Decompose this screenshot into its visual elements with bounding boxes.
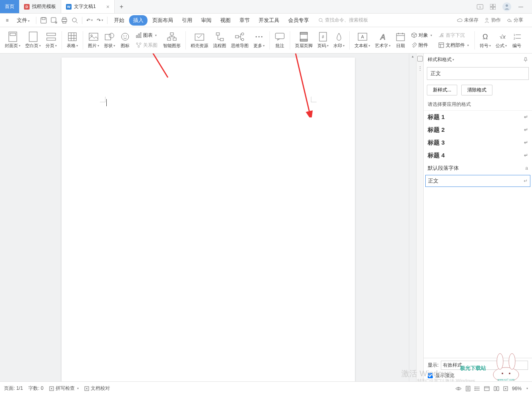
redo-icon[interactable]: ↷▾ [95, 16, 105, 25]
mindmap-button[interactable]: 思维导图 [229, 28, 251, 52]
numbering-button[interactable]: 12编号 [509, 28, 524, 52]
counter-icon[interactable]: 1 [477, 4, 483, 10]
tool-icon[interactable]: ⋮ [418, 66, 422, 71]
search-input[interactable]: 查找命令、搜索模板 [319, 17, 368, 24]
document-canvas[interactable] [0, 54, 409, 381]
chevron-down-icon[interactable]: ▾ [452, 58, 454, 62]
print-preview-icon[interactable] [70, 16, 80, 25]
share-button[interactable]: 分享 [506, 17, 523, 24]
proofread-toggle[interactable]: 文档校对 [84, 385, 110, 392]
chevron-down-icon[interactable]: ▾ [526, 387, 528, 390]
tab-template[interactable]: D 找稻壳模板 [19, 0, 61, 13]
blank-page-button[interactable]: 空白页▾ [23, 28, 43, 52]
watermark-button[interactable]: 水印▾ [331, 28, 347, 52]
chart-button[interactable]: 图表▾ [134, 31, 159, 40]
date-button[interactable]: 日期 [393, 28, 408, 52]
dropcap-button[interactable]: A首字下沉 [437, 31, 470, 40]
headerfooter-icon [299, 32, 309, 42]
view-read-icon[interactable] [494, 386, 499, 391]
scrollbar[interactable]: ▲ [409, 54, 416, 381]
object-button[interactable]: 对象▾ [410, 31, 434, 40]
cover-page-button[interactable]: 封面页▾ [2, 28, 23, 52]
textbox-button[interactable]: A文本框▾ [352, 28, 373, 52]
menu-tab-1[interactable]: 插入 [129, 15, 147, 26]
svg-rect-41 [235, 36, 239, 38]
style-item[interactable]: 标题 1↵ [424, 111, 532, 123]
saveas-icon[interactable] [49, 16, 59, 25]
save-icon[interactable] [39, 16, 48, 25]
smartart-button[interactable]: 智能图形 [161, 28, 183, 52]
sidebar-tools: ⋮ [416, 54, 423, 381]
document-page[interactable] [62, 58, 355, 381]
page-break-button[interactable]: 分页▾ [43, 28, 59, 52]
style-item[interactable]: 默认段落字体a [424, 162, 532, 175]
close-square-icon [84, 386, 89, 391]
word-count[interactable]: 字数: 0 [28, 385, 43, 392]
flowchart-button[interactable]: 流程图 [211, 28, 229, 52]
header-footer-button[interactable]: 页眉页脚 [293, 28, 315, 52]
menu-tab-3[interactable]: 引用 [178, 15, 196, 26]
menu-tab-4[interactable]: 审阅 [197, 15, 215, 26]
table-button[interactable]: 表格▾ [64, 28, 80, 52]
clear-format-button[interactable]: 清除格式 [461, 85, 492, 95]
minimize-icon[interactable]: ― [518, 4, 524, 10]
iconlib-button[interactable]: 图标 [118, 28, 133, 52]
relgraph-button[interactable]: 关系图 [134, 41, 159, 50]
wordart-icon: A [378, 32, 388, 42]
style-item[interactable]: 标题 4↵ [424, 149, 532, 162]
zoom-level[interactable]: 96% [512, 386, 522, 391]
close-icon[interactable]: × [106, 4, 110, 10]
view-outline-icon[interactable] [474, 386, 480, 391]
formula-button[interactable]: √x公式▾ [493, 28, 509, 52]
more-button[interactable]: 更多▾ [251, 28, 267, 52]
menu-tab-5[interactable]: 视图 [216, 15, 235, 26]
avatar[interactable] [502, 2, 511, 11]
show-select[interactable]: 有效样式 [441, 361, 528, 370]
menu-tab-6[interactable]: 章节 [235, 15, 254, 26]
svg-rect-19 [47, 33, 56, 36]
style-item[interactable]: 标题 2↵ [424, 123, 532, 136]
menu-tab-0[interactable]: 开始 [110, 15, 128, 26]
style-item[interactable]: 标题 3↵ [424, 136, 532, 149]
view-web-icon[interactable] [484, 386, 490, 391]
menu-tab-2[interactable]: 页面布局 [148, 15, 177, 26]
hamburger-icon[interactable]: ≡ [2, 16, 12, 25]
attach-button[interactable]: 附件 [410, 41, 434, 50]
page-indicator[interactable]: 页面: 1/1 [4, 385, 23, 392]
spellcheck-toggle[interactable]: 拼写检查▾ [49, 385, 79, 392]
menu-tab-7[interactable]: 开发工具 [255, 15, 283, 26]
svg-rect-8 [42, 18, 45, 20]
tab-home[interactable]: 首页 [0, 0, 19, 13]
tab-document[interactable]: W 文字文稿1 × [61, 0, 115, 13]
ribbon: 封面页▾ 空白页▾ 分页▾ 表格▾ 图片▾ 形状▾ 图标 图表▾ 关系图 智能图… [0, 27, 532, 54]
resource-button[interactable]: 稻壳资源 [188, 28, 211, 52]
menu-tab-8[interactable]: 会员专享 [284, 15, 313, 26]
separator [185, 31, 186, 50]
collab-button[interactable]: 协作 [484, 17, 501, 24]
grid-icon[interactable] [490, 4, 496, 10]
new-style-button[interactable]: 新样式... [427, 85, 457, 95]
file-menu[interactable]: 文件▾ [13, 15, 34, 26]
shape-button[interactable]: 形状▾ [102, 28, 118, 52]
tool-icon[interactable] [417, 56, 423, 62]
preview-checkbox[interactable] [428, 373, 433, 378]
eye-icon[interactable] [455, 387, 462, 391]
comment-button[interactable]: 批注 [272, 28, 287, 52]
unsaved-indicator[interactable]: 未保存 [457, 17, 478, 24]
print-icon[interactable] [60, 16, 69, 25]
page-number-button[interactable]: #页码▾ [315, 28, 331, 52]
undo-icon[interactable]: ↶▾ [85, 16, 94, 25]
svg-rect-3 [493, 4, 496, 6]
pin-icon[interactable] [523, 57, 528, 62]
wordart-button[interactable]: A艺术字▾ [373, 28, 393, 52]
style-item[interactable]: 正文↵ [425, 175, 530, 187]
current-style[interactable]: 正文 [427, 67, 529, 80]
picture-button[interactable]: 图片▾ [86, 28, 102, 52]
zoom-fit-icon[interactable] [503, 386, 508, 391]
svg-rect-10 [62, 19, 67, 22]
docpart-button[interactable]: 文档部件▾ [437, 41, 470, 50]
symbol-button[interactable]: Ω符号▾ [477, 28, 493, 52]
panel-header: 样式和格式▾ [424, 54, 532, 66]
view-page-icon[interactable] [466, 386, 470, 391]
add-tab-button[interactable]: + [115, 0, 128, 13]
